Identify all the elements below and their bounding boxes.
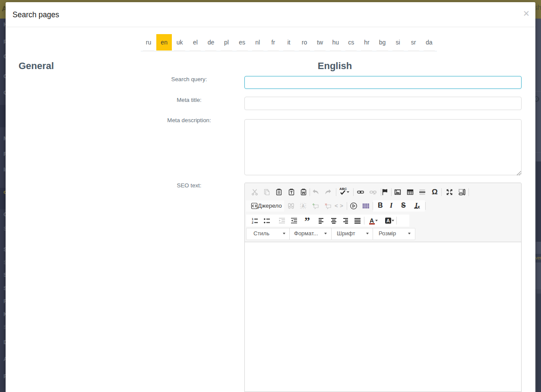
svg-text:1: 1 [252,218,253,221]
svg-text:A: A [301,204,304,209]
svg-text:2: 2 [252,221,253,224]
